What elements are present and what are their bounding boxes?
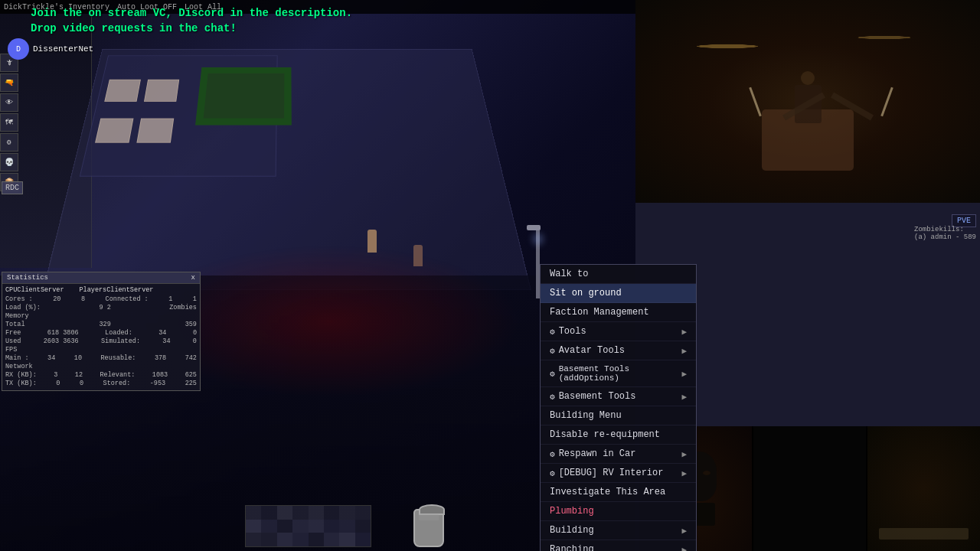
drummer-head (801, 71, 815, 85)
stats-fps-main: Main : 34 10 Reusable: 378 742 (5, 354, 197, 362)
sidebar-icon-eye[interactable]: 👁 (0, 93, 18, 112)
menu-item-respawn-in-car[interactable]: ⚙ Respawn in Car ▶ (541, 445, 696, 464)
basement-addoptions-icon: ⚙ (550, 369, 555, 379)
backpack-icon[interactable] (413, 509, 444, 547)
tools-arrow: ▶ (681, 327, 687, 337)
menu-item-investigate[interactable]: Investigate This Area (541, 483, 696, 502)
cores-v1: 20 (53, 295, 60, 303)
menu-item-sit-on-ground[interactable]: Sit on ground (541, 284, 696, 303)
players-label: PlayersClientServer (80, 286, 154, 294)
building-arrow: ▶ (681, 526, 687, 536)
stats-col-headers: CPUClientServer PlayersClientServer (5, 286, 197, 294)
basement-tools-icon: ⚙ (550, 392, 555, 402)
menu-item-building[interactable]: Building ▶ (541, 521, 696, 540)
sidebar-icons: 🗡 🔫 👁 🗺 ⚙ 💀 📦 (0, 54, 21, 191)
stats-title: Statistics (7, 274, 48, 282)
webcam-main (635, 0, 980, 203)
sidebar-icon-map[interactable]: 🗺 (0, 113, 18, 132)
stats-cores-row: Cores : 20 8 Connected : 1 1 (5, 295, 197, 303)
stats-fps-row: FPS (5, 346, 197, 354)
stream-line2: Drop video requests in the chat! (31, 21, 352, 37)
stats-memory-label: Memory (5, 312, 197, 320)
eye-right (703, 471, 710, 475)
respawn-icon: ⚙ (550, 449, 555, 459)
character-2 (413, 245, 423, 266)
stats-close[interactable]: x (191, 274, 195, 282)
stats-rx-row: RX (KB): 3 12 Relevant: 1083 625 (5, 371, 197, 379)
drumstick-right (880, 86, 893, 116)
sidebar-icon-skull[interactable]: 💀 (0, 153, 18, 171)
discord-user: D DissenterNet (8, 38, 93, 60)
sidebar-icon-gear[interactable]: ⚙ (0, 133, 18, 152)
menu-item-disable-reequipment[interactable]: Disable re-equipment (541, 425, 696, 445)
menu-item-plumbing[interactable]: Plumbing (541, 502, 696, 521)
cores-v4: 1 (168, 295, 172, 303)
webcam-middle (753, 426, 866, 551)
respawn-arrow: ▶ (681, 449, 687, 459)
table-3 (95, 119, 133, 143)
character-1 (368, 230, 377, 253)
table-1 (104, 80, 141, 102)
menu-item-walk-to[interactable]: Walk to (541, 265, 696, 284)
desk-content (867, 426, 980, 551)
backpack-strap (419, 514, 439, 520)
menu-item-tools[interactable]: ⚙ Tools ▶ (541, 322, 696, 341)
drumstick-left (749, 86, 761, 116)
cores-connected: Connected : (106, 295, 149, 303)
table-4 (136, 119, 174, 143)
avatar-tools-arrow: ▶ (681, 346, 687, 356)
stats-memory-free: Free 618 3806 Loaded: 34 0 (5, 329, 197, 337)
webcam-bg (635, 0, 980, 203)
stream-overlay: Join the on stream VC, Discord in the de… (31, 6, 352, 36)
menu-item-basement-tools[interactable]: ⚙ Basement Tools ▶ (541, 387, 696, 406)
stats-network-label: Network (5, 363, 197, 370)
rdc-button[interactable]: RDC (2, 181, 23, 194)
stats-body: CPUClientServer PlayersClientServer Core… (2, 284, 200, 390)
menu-item-building-menu[interactable]: Building Menu (541, 406, 696, 425)
cymbal-right (858, 35, 911, 38)
discord-username: DissenterNet (33, 44, 93, 54)
stats-load-row: Load (%): 9 2 Zombies (5, 304, 197, 311)
avatar-icon: D (8, 38, 29, 60)
stats-header: Statistics x (2, 272, 200, 284)
menu-item-ranching[interactable]: Ranching ▶ (541, 540, 696, 551)
cores-v2: 8 (81, 295, 85, 303)
ranching-arrow: ▶ (681, 545, 687, 552)
backpack-area (413, 509, 444, 547)
debug-rv-arrow: ▶ (681, 468, 687, 478)
sidebar-icon-gun[interactable]: 🔫 (0, 73, 18, 92)
cpu-label: CPUClientServer (5, 286, 64, 294)
avatar-tools-icon: ⚙ (550, 346, 555, 356)
stream-line1: Join the on stream VC, Discord in the de… (31, 6, 352, 21)
drum-scene (674, 18, 942, 186)
basement-tools-arrow: ▶ (681, 392, 687, 402)
load-label: Load (%): (5, 304, 41, 311)
menu-item-faction-management[interactable]: Faction Management (541, 303, 696, 322)
cores-label: Cores : (5, 295, 33, 303)
stats-tx-row: TX (KB): 0 0 Stored: -953 225 (5, 380, 197, 387)
pve-label: PVE (957, 217, 971, 225)
menu-item-debug-rv[interactable]: ⚙ [DEBUG] RV Interior ▶ (541, 464, 696, 483)
lawn (204, 73, 285, 119)
zombie-kills-count: (a) admin - 589 (914, 233, 976, 241)
stats-memory-used: Used 2603 3636 Simulated: 34 0 (5, 337, 197, 345)
zombie-kills-label: Zombiekills: (914, 226, 976, 233)
menu-item-avatar-tools[interactable]: ⚙ Avatar Tools ▶ (541, 341, 696, 360)
hedge-bottom (195, 119, 292, 126)
load-vals: 9 2 (99, 304, 110, 311)
zombie-kills: Zombiekills: (a) admin - 589 (914, 226, 976, 241)
tools-icon: ⚙ (550, 327, 555, 337)
cymbal-left (697, 44, 758, 47)
keyboard (879, 528, 969, 540)
webcam-desk (867, 426, 980, 551)
stats-panel: Statistics x CPUClientServer PlayersClie… (2, 272, 201, 391)
menu-item-basement-addoptions[interactable]: ⚙ Basement Tools (addOptions) ▶ (541, 360, 696, 387)
table-2 (144, 80, 179, 102)
stats-memory-total: Total 329 359 (5, 321, 197, 328)
minimap (245, 505, 371, 547)
debug-rv-icon: ⚙ (550, 468, 555, 478)
hedge-top (201, 67, 292, 73)
zombies-label: Zombies (169, 304, 197, 311)
hedge-right (284, 67, 292, 126)
cores-v5: 1 (193, 295, 197, 303)
